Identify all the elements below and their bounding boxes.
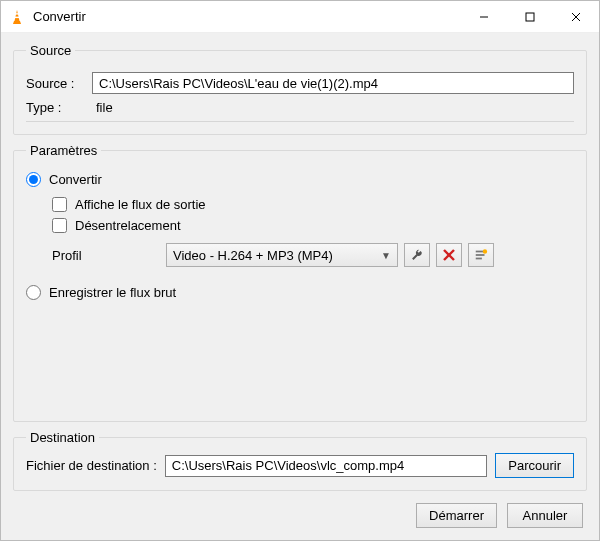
browse-button-label: Parcourir (508, 458, 561, 473)
svg-marker-0 (15, 10, 20, 21)
destination-group: Destination Fichier de destination : Par… (13, 430, 587, 491)
display-output-label: Affiche le flux de sortie (75, 197, 206, 212)
dump-raw-radio-input[interactable] (26, 285, 41, 300)
dialog-footer: Démarrer Annuler (13, 499, 587, 530)
cancel-button-label: Annuler (523, 508, 568, 523)
destination-row: Fichier de destination : Parcourir (26, 453, 574, 478)
convert-radio[interactable]: Convertir (26, 172, 574, 187)
destination-file-input[interactable] (165, 455, 487, 477)
window-title: Convertir (33, 9, 461, 24)
svg-rect-11 (476, 254, 485, 256)
source-legend: Source (26, 43, 75, 58)
minimize-button[interactable] (461, 1, 507, 32)
wrench-icon (410, 248, 424, 262)
start-button[interactable]: Démarrer (416, 503, 497, 528)
source-row: Source : (26, 72, 574, 94)
deinterlace-label: Désentrelacement (75, 218, 181, 233)
dump-raw-label: Enregistrer le flux brut (49, 285, 176, 300)
deinterlace-checkbox-input[interactable] (52, 218, 67, 233)
convert-radio-input[interactable] (26, 172, 41, 187)
svg-rect-12 (476, 258, 482, 260)
profile-row: Profil Video - H.264 + MP3 (MP4) ▼ (26, 243, 574, 267)
maximize-button[interactable] (507, 1, 553, 32)
svg-rect-5 (526, 13, 534, 21)
start-button-label: Démarrer (429, 508, 484, 523)
params-legend: Paramètres (26, 143, 101, 158)
x-icon (443, 249, 455, 261)
convert-radio-label: Convertir (49, 172, 102, 187)
type-row: Type : file (26, 100, 574, 115)
source-separator (26, 121, 574, 122)
svg-point-13 (483, 249, 487, 253)
chevron-down-icon: ▼ (381, 250, 391, 261)
destination-file-label: Fichier de destination : (26, 458, 157, 473)
titlebar: Convertir (1, 1, 599, 33)
dump-raw-radio[interactable]: Enregistrer le flux brut (26, 285, 574, 300)
source-label: Source : (26, 76, 84, 91)
profile-select[interactable]: Video - H.264 + MP3 (MP4) ▼ (166, 243, 398, 267)
source-input[interactable] (92, 72, 574, 94)
display-output-checkbox-input[interactable] (52, 197, 67, 212)
svg-marker-3 (13, 21, 21, 24)
svg-rect-1 (16, 13, 19, 14)
client-area: Source Source : Type : file Paramètres C… (1, 33, 599, 540)
params-group: Paramètres Convertir Affiche le flux de … (13, 143, 587, 422)
delete-profile-button[interactable] (436, 243, 462, 267)
type-value: file (92, 100, 113, 115)
browse-button[interactable]: Parcourir (495, 453, 574, 478)
window-controls (461, 1, 599, 32)
type-label: Type : (26, 100, 84, 115)
new-list-icon (474, 248, 488, 262)
edit-profile-button[interactable] (404, 243, 430, 267)
deinterlace-checkbox[interactable]: Désentrelacement (52, 218, 574, 233)
source-group: Source Source : Type : file (13, 43, 587, 135)
convert-dialog: Convertir Source Source : Type : file (0, 0, 600, 541)
profile-selected: Video - H.264 + MP3 (MP4) (173, 248, 333, 263)
close-button[interactable] (553, 1, 599, 32)
destination-legend: Destination (26, 430, 99, 445)
cancel-button[interactable]: Annuler (507, 503, 583, 528)
svg-rect-2 (15, 16, 19, 18)
vlc-cone-icon (9, 9, 25, 25)
profile-label: Profil (52, 248, 160, 263)
convert-options: Affiche le flux de sortie Désentrelaceme… (26, 197, 574, 233)
new-profile-button[interactable] (468, 243, 494, 267)
display-output-checkbox[interactable]: Affiche le flux de sortie (52, 197, 574, 212)
